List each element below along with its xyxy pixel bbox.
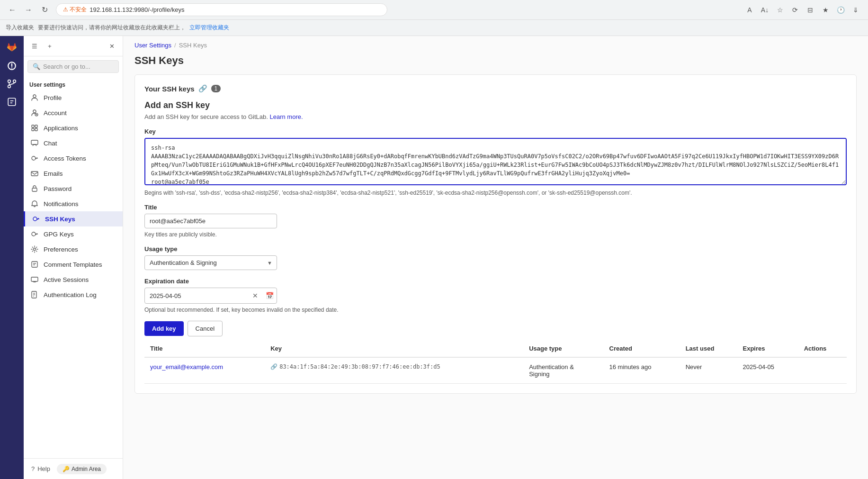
favorites-button[interactable]: ☆ xyxy=(773,3,787,17)
help-button[interactable]: ? Help xyxy=(28,463,53,474)
help-icon: ? xyxy=(31,465,35,472)
form-buttons: Add key Cancel xyxy=(144,321,847,336)
date-input[interactable] xyxy=(145,289,248,303)
usage-select[interactable]: Authentication & Signing Authentication … xyxy=(144,255,277,270)
col-actions: Actions xyxy=(798,340,847,357)
learn-more-link[interactable]: Learn more. xyxy=(269,113,303,120)
panel-new-tab-btn[interactable]: + xyxy=(44,40,56,52)
form-description: Add an SSH key for secure access to GitL… xyxy=(144,113,847,120)
sidebar-item-account[interactable]: Account xyxy=(24,105,123,120)
sidebar-item-applications[interactable]: Applications xyxy=(24,120,123,136)
svg-rect-24 xyxy=(32,188,37,191)
address-bar[interactable]: ⚠ 不安全 192.168.11.132:9980/-/profile/keys xyxy=(56,3,387,16)
sidebar-item-ssh-keys[interactable]: SSH Keys xyxy=(24,211,123,226)
active-sessions-icon xyxy=(30,275,39,284)
bookmarks-hint: 要要进行快速访问，请将你的网址收藏放在此收藏夹栏上， xyxy=(38,24,186,32)
svg-point-9 xyxy=(33,95,36,98)
row-key: 🔗 83:4a:1f:5a:84:2e:49:3b:08:97:f7:46:ee… xyxy=(265,357,523,384)
sidebar-item-label-account: Account xyxy=(44,109,67,117)
sidebar-item-label-notifications: Notifications xyxy=(44,200,79,208)
calendar-button[interactable]: 📅 xyxy=(262,288,277,303)
sidebar-item-active-sessions[interactable]: Active Sessions xyxy=(24,272,123,287)
activity-bar xyxy=(0,36,24,479)
download-button[interactable]: ⇓ xyxy=(849,3,862,17)
section-heading: Your SSH keys 🔗 1 xyxy=(144,84,847,93)
svg-rect-37 xyxy=(31,277,38,281)
add-key-button[interactable]: Add key xyxy=(144,321,184,336)
cancel-button[interactable]: Cancel xyxy=(188,321,223,336)
reader-button[interactable]: A↓ xyxy=(758,3,771,17)
svg-rect-23 xyxy=(31,172,38,176)
refresh-button[interactable]: ⟳ xyxy=(788,3,802,17)
expiry-label: Expiration date xyxy=(144,278,847,285)
authentication-log-icon xyxy=(30,290,39,299)
sidebar-item-chat[interactable]: Chat xyxy=(24,136,123,151)
svg-point-10 xyxy=(33,110,36,113)
browser-actions: A A↓ ☆ ⟳ ⊟ ★ 🕐 ⇓ xyxy=(743,3,862,17)
sidebar-item-label-password: Password xyxy=(44,185,72,192)
sidebar-item-label-authentication-log: Authentication Log xyxy=(44,291,97,298)
password-icon xyxy=(30,184,39,193)
manage-bookmarks-link[interactable]: 立即管理收藏夹 xyxy=(189,24,229,32)
panel-bottom: ? Help 🔑 Admin Area xyxy=(24,458,123,479)
title-input[interactable] xyxy=(144,214,277,228)
breadcrumb: User Settings / SSH Keys xyxy=(123,36,868,54)
sidebar-item-label-ssh-keys: SSH Keys xyxy=(45,216,75,223)
breadcrumb-separator: / xyxy=(174,42,176,49)
sidebar-item-label-comment-templates: Comment Templates xyxy=(44,261,102,268)
title-label: Title xyxy=(144,204,847,211)
key-icon: 🔗 xyxy=(198,84,207,93)
col-usage: Usage type xyxy=(523,340,603,357)
breadcrumb-parent[interactable]: User Settings xyxy=(134,42,171,49)
sidebar-item-gpg-keys[interactable]: GPG Keys xyxy=(24,226,123,242)
svg-rect-17 xyxy=(35,128,37,131)
browser-controls: ← → ↻ xyxy=(6,3,51,17)
fingerprint-value: 83:4a:1f:5a:84:2e:49:3b:08:97:f7:46:ee:d… xyxy=(279,363,440,370)
sidebar-item-notifications[interactable]: Notifications xyxy=(24,196,123,211)
key-count-badge: 1 xyxy=(211,85,221,92)
notifications-icon xyxy=(30,199,39,208)
sidebar-item-emails[interactable]: Emails xyxy=(24,166,123,181)
clear-date-button[interactable]: ✕ xyxy=(248,288,262,303)
translate-button[interactable]: A xyxy=(743,3,756,17)
left-panel: ☰ + ✕ 🔍 Search or go to... User settings… xyxy=(24,36,123,479)
sidebar-item-label-profile: Profile xyxy=(44,94,62,101)
key-textarea[interactable]: ssh-rsa AAAAB3NzaC1yc2EAAAADAQABAABgQDXi… xyxy=(144,138,847,185)
reload-button[interactable]: ↻ xyxy=(38,3,51,17)
admin-area-button[interactable]: 🔑 Admin Area xyxy=(57,464,107,474)
forward-button[interactable]: → xyxy=(22,3,35,17)
key-field-group: Key ssh-rsa AAAAB3NzaC1yc2EAAAADAQABAABg… xyxy=(144,128,847,196)
col-expires: Expires xyxy=(737,340,798,357)
svg-point-5 xyxy=(8,85,11,88)
back-button[interactable]: ← xyxy=(6,3,19,17)
svg-rect-34 xyxy=(32,262,37,267)
row-title-link[interactable]: your_email@example.com xyxy=(150,363,223,371)
sidebar-item-comment-templates[interactable]: Comment Templates xyxy=(24,257,123,272)
merge-requests-icon[interactable] xyxy=(4,76,20,92)
sidebar-item-label-access-tokens: Access Tokens xyxy=(44,155,86,162)
sidebar-item-authentication-log[interactable]: Authentication Log xyxy=(24,287,123,302)
sidebar-item-profile[interactable]: Profile xyxy=(24,90,123,105)
gitlab-logo-icon[interactable] xyxy=(4,40,20,56)
key-label: Key xyxy=(144,128,847,135)
history-button[interactable]: 🕐 xyxy=(834,3,847,17)
content-area: Your SSH keys 🔗 1 Add an SSH key Add an … xyxy=(123,74,868,413)
sidebar-item-password[interactable]: Password xyxy=(24,181,123,196)
split-view-button[interactable]: ⊟ xyxy=(804,3,817,17)
search-box[interactable]: 🔍 Search or go to... xyxy=(27,60,119,73)
issues-icon[interactable] xyxy=(4,58,20,74)
row-created: 16 minutes ago xyxy=(604,357,680,384)
bookmarks-label: 导入收藏夹 xyxy=(6,24,34,32)
panel-menu-btn[interactable]: ☰ xyxy=(28,40,41,52)
todo-icon[interactable] xyxy=(4,94,20,110)
applications-icon xyxy=(30,124,39,132)
sidebar-item-access-tokens[interactable]: Access Tokens xyxy=(24,151,123,166)
sidebar-item-label-gpg-keys: GPG Keys xyxy=(44,231,74,238)
bookmark-button[interactable]: ★ xyxy=(819,3,832,17)
sidebar-item-preferences[interactable]: Preferences xyxy=(24,242,123,257)
help-label: Help xyxy=(37,465,50,472)
usage-select-wrapper: Authentication & Signing Authentication … xyxy=(144,255,277,270)
admin-label: Admin Area xyxy=(72,466,101,472)
panel-more-btn[interactable]: ✕ xyxy=(106,40,118,52)
svg-point-29 xyxy=(32,232,36,236)
